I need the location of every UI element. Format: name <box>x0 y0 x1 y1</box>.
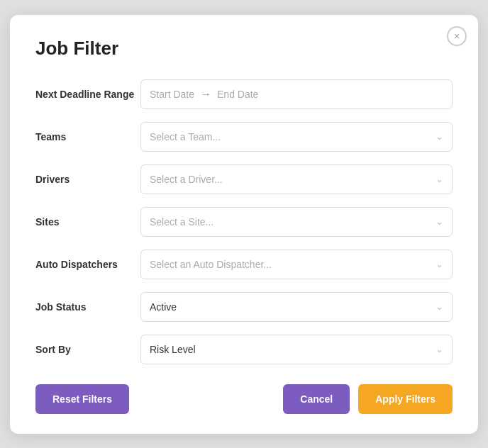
close-icon: × <box>454 31 460 41</box>
modal-overlay: × Job Filter Next Deadline Range Start D… <box>0 0 488 448</box>
footer: Reset Filters Cancel Apply Filters <box>35 384 453 414</box>
sort-by-label: Sort By <box>35 344 140 355</box>
auto-dispatchers-label: Auto Dispatchers <box>35 259 140 270</box>
sort-by-value: Risk Level <box>150 344 196 355</box>
date-range-input[interactable]: Start Date → End Date <box>140 79 453 109</box>
chevron-down-icon: ⌄ <box>436 131 443 142</box>
start-date-placeholder: Start Date <box>150 89 194 100</box>
auto-dispatchers-select[interactable]: Select an Auto Dispatcher... ⌄ <box>140 250 453 279</box>
teams-row: Teams Select a Team... ⌄ <box>35 122 453 152</box>
sites-select[interactable]: Select a Site... ⌄ <box>140 207 453 237</box>
teams-value: Select a Team... <box>150 131 221 142</box>
deadline-row: Next Deadline Range Start Date → End Dat… <box>35 79 453 109</box>
sites-value: Select a Site... <box>150 216 214 228</box>
auto-dispatchers-value: Select an Auto Dispatcher... <box>150 259 272 270</box>
job-status-row: Job Status Active ⌄ <box>35 292 453 322</box>
apply-filters-button[interactable]: Apply Filters <box>358 384 453 414</box>
end-date-placeholder: End Date <box>217 89 258 100</box>
drivers-row: Drivers Select a Driver... ⌄ <box>35 164 453 194</box>
deadline-label: Next Deadline Range <box>35 89 140 100</box>
chevron-down-icon: ⌄ <box>436 259 443 269</box>
chevron-down-icon: ⌄ <box>436 216 443 227</box>
reset-filters-button[interactable]: Reset Filters <box>35 384 129 414</box>
job-status-value: Active <box>150 301 177 313</box>
chevron-down-icon: ⌄ <box>436 344 443 354</box>
auto-dispatchers-row: Auto Dispatchers Select an Auto Dispatch… <box>35 250 453 279</box>
job-filter-modal: × Job Filter Next Deadline Range Start D… <box>10 15 478 434</box>
cancel-button[interactable]: Cancel <box>283 384 350 414</box>
teams-label: Teams <box>35 131 140 142</box>
job-status-select[interactable]: Active ⌄ <box>140 292 453 322</box>
arrow-icon: → <box>200 88 211 101</box>
sort-by-row: Sort By Risk Level ⌄ <box>35 335 453 364</box>
close-button[interactable]: × <box>447 26 467 46</box>
chevron-down-icon: ⌄ <box>436 174 443 184</box>
sort-by-select[interactable]: Risk Level ⌄ <box>140 335 453 364</box>
drivers-select[interactable]: Select a Driver... ⌄ <box>140 164 453 194</box>
teams-select[interactable]: Select a Team... ⌄ <box>140 122 453 152</box>
modal-title: Job Filter <box>35 38 453 60</box>
sites-row: Sites Select a Site... ⌄ <box>35 207 453 237</box>
job-status-label: Job Status <box>35 301 140 313</box>
footer-right: Cancel Apply Filters <box>283 384 453 414</box>
drivers-value: Select a Driver... <box>150 174 223 185</box>
sites-label: Sites <box>35 216 140 228</box>
drivers-label: Drivers <box>35 174 140 185</box>
chevron-down-icon: ⌄ <box>436 301 443 312</box>
